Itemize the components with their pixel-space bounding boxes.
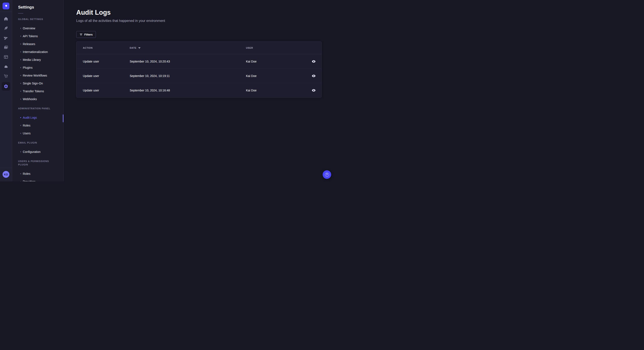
cell-date: September 10, 2024, 10:19:11	[130, 74, 246, 78]
layout-icon[interactable]	[4, 55, 8, 59]
sidebar-item-review-workflows[interactable]: Review Workflows	[12, 71, 64, 79]
feather-icon[interactable]	[4, 26, 8, 31]
sidebar-item-configuration[interactable]: Configuration	[12, 148, 64, 156]
bullet-icon	[20, 44, 21, 44]
eye-icon	[312, 74, 316, 78]
sidebar-item-releases[interactable]: Releases	[12, 40, 64, 48]
sort-desc-icon[interactable]	[138, 47, 140, 49]
table-row: Update user September 10, 2024, 10:19:11…	[76, 68, 321, 83]
rail-bottom: KD	[0, 168, 12, 181]
page-subtitle: Logs of all the activities that happened…	[76, 18, 322, 23]
home-icon[interactable]	[4, 16, 8, 21]
sidebar-item-providers[interactable]: Providers	[12, 177, 64, 181]
column-header-date[interactable]: DATE	[130, 47, 246, 49]
bullet-icon	[20, 117, 21, 118]
sidebar-item-transfer-tokens[interactable]: Transfer Tokens	[12, 87, 64, 95]
sidebar-item-overview[interactable]: Overview	[12, 24, 64, 32]
settings-sidebar: Settings GLOBAL SETTINGS Overview API To…	[12, 0, 64, 181]
cell-user: Kai Doe	[246, 74, 307, 78]
sidebar-item-admin-users[interactable]: Users	[12, 129, 64, 137]
bullet-icon	[20, 83, 21, 84]
bullet-icon	[20, 51, 21, 52]
eye-icon	[312, 59, 316, 64]
bullet-icon	[20, 181, 21, 181]
sidebar-item-internationalization[interactable]: Internationalization	[12, 48, 64, 56]
cell-action: Update user	[83, 60, 130, 63]
section-global-settings: GLOBAL SETTINGS	[18, 17, 58, 21]
sidebar-item-webhooks[interactable]: Webhooks	[12, 95, 64, 103]
sidebar-title: Settings	[18, 5, 64, 10]
cell-action: Update user	[83, 74, 130, 78]
audit-logs-table: ACTION DATE USER Update user September 1…	[76, 41, 322, 98]
view-log-button[interactable]	[310, 72, 317, 79]
table-header-row: ACTION DATE USER	[76, 42, 321, 54]
section-administration-panel: ADMINISTRATION PANEL	[18, 107, 58, 110]
bullet-icon	[20, 91, 21, 92]
rail-divider	[0, 168, 12, 168]
page-title: Audit Logs	[76, 8, 322, 16]
icon-rail: KD	[0, 0, 12, 181]
users-permissions-list: Roles Providers	[12, 170, 64, 181]
question-mark-icon: ?	[325, 173, 329, 177]
bullet-icon	[20, 125, 21, 126]
cart-icon[interactable]	[4, 74, 8, 78]
bullet-icon	[20, 99, 21, 100]
bullet-icon	[20, 36, 21, 37]
cell-date: September 10, 2024, 10:20:43	[130, 60, 246, 63]
sidebar-scroll-indicator[interactable]	[63, 114, 64, 122]
column-header-user: USER	[246, 47, 307, 49]
paper-plane-icon[interactable]	[4, 35, 8, 40]
app-root: KD Settings GLOBAL SETTINGS Overview API…	[0, 0, 334, 181]
images-icon[interactable]	[4, 45, 8, 50]
bullet-icon	[20, 151, 21, 152]
bullet-icon	[20, 59, 21, 60]
cell-user: Kai Doe	[246, 89, 307, 92]
section-users-permissions-plugin: USERS & PERMISSIONS PLUGIN	[18, 160, 58, 166]
workspace-logo-button[interactable]	[0, 0, 12, 12]
strapi-logo-icon	[2, 2, 9, 9]
sidebar-item-media-library[interactable]: Media Library	[12, 56, 64, 64]
bullet-icon	[20, 173, 21, 174]
sidebar-item-single-sign-on[interactable]: Single Sign-On	[12, 79, 64, 87]
cell-date: September 10, 2024, 10:16:48	[130, 89, 246, 92]
sidebar-item-plugins[interactable]: Plugins	[12, 64, 64, 71]
administration-panel-list: Audit Logs Roles Users	[12, 114, 64, 137]
sidebar-item-admin-roles[interactable]: Roles	[12, 121, 64, 129]
bullet-icon	[20, 28, 21, 29]
section-email-plugin: EMAIL PLUGIN	[18, 141, 58, 144]
sidebar-item-up-roles[interactable]: Roles	[12, 170, 64, 177]
filter-icon	[80, 33, 83, 36]
bullet-icon	[20, 67, 21, 68]
cloud-icon[interactable]	[4, 64, 8, 69]
bullet-icon	[20, 75, 21, 76]
sidebar-item-api-tokens[interactable]: API Tokens	[12, 32, 64, 40]
view-log-button[interactable]	[310, 87, 317, 94]
table-row: Update user September 10, 2024, 10:20:43…	[76, 54, 321, 68]
email-plugin-list: Configuration	[12, 148, 64, 156]
cell-action: Update user	[83, 89, 130, 92]
column-header-action: ACTION	[83, 47, 130, 49]
avatar[interactable]: KD	[2, 171, 9, 178]
table-row: Update user September 10, 2024, 10:16:48…	[76, 83, 321, 97]
global-settings-list: Overview API Tokens Releases Internation…	[12, 24, 64, 103]
sidebar-item-audit-logs[interactable]: Audit Logs	[12, 114, 64, 121]
sidebar-title-divider	[18, 13, 23, 14]
gear-icon[interactable]	[2, 82, 10, 91]
bullet-icon	[20, 133, 21, 134]
main-content: Audit Logs Logs of all the activities th…	[64, 0, 334, 181]
filters-button-label: Filters	[84, 33, 93, 36]
rail-nav	[2, 16, 10, 91]
eye-icon	[312, 88, 316, 93]
filters-button[interactable]: Filters	[76, 31, 96, 38]
cell-user: Kai Doe	[246, 60, 307, 63]
help-button[interactable]: ?	[323, 170, 331, 179]
view-log-button[interactable]	[310, 58, 317, 65]
